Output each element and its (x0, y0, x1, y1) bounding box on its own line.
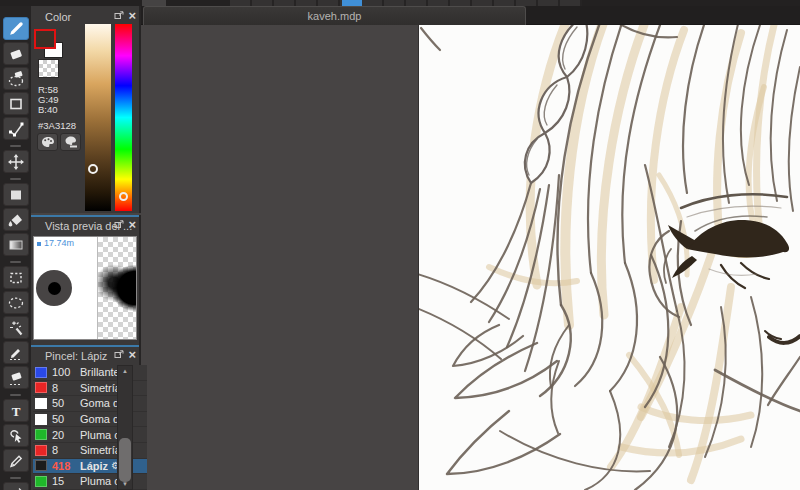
toolbar-separator (10, 145, 21, 147)
fill-rectangle-icon (7, 186, 25, 204)
rectangle-icon (7, 95, 25, 113)
close-icon[interactable]: × (128, 7, 136, 24)
tool-curve-button[interactable] (3, 117, 29, 140)
svg-text:T: T (12, 403, 21, 418)
palette-list-icon (64, 136, 78, 148)
tool-column: T (0, 6, 31, 490)
color-panel: Color × R:58 G:49 B:40 #3A3128 (31, 6, 141, 213)
hue-indicator[interactable] (119, 192, 128, 201)
brush-color-swatch (35, 445, 47, 456)
curve-pen-icon (7, 485, 25, 490)
brush-stroke-sample (98, 237, 136, 339)
scrollbar-thumb[interactable] (119, 438, 131, 482)
tool-curve-pen-button[interactable] (3, 482, 29, 490)
bucket-fill-icon (7, 211, 25, 229)
rgb-readout: R:58 G:49 B:40 (38, 85, 59, 115)
object-select-icon (7, 427, 25, 445)
toolbar-separator (10, 477, 21, 479)
brush-color-swatch (35, 460, 47, 471)
palette-icon (41, 136, 55, 148)
brush-color-swatch (35, 429, 47, 440)
tool-rectangle-button[interactable] (3, 92, 29, 115)
toolbar-separator (10, 394, 21, 396)
pen-icon (7, 452, 25, 470)
select-pen-icon (7, 344, 25, 362)
brush-color-swatch (35, 367, 47, 378)
brush-panel: Pincel: Lápiz × 100 Brillante 8 Simetría… (31, 345, 141, 490)
hex-value: #3A3128 (38, 120, 76, 131)
size-marker (37, 242, 41, 246)
scroll-down-icon[interactable]: ▼ (118, 479, 132, 489)
popout-icon[interactable] (114, 350, 124, 359)
brightness-indicator[interactable] (88, 164, 98, 174)
brush-size-value: 17.74m (44, 238, 74, 248)
tool-select-pen-button[interactable] (3, 341, 29, 364)
eraser-icon (7, 45, 25, 63)
brush-list-scrollbar[interactable]: ▲ ▼ (117, 365, 133, 490)
brush-preview-panel: Vista previa del ... × 17.74m (31, 215, 141, 345)
primary-color-swatch[interactable] (34, 29, 56, 49)
lasso-select-icon (7, 294, 25, 312)
tool-magic-wand-button[interactable] (3, 316, 29, 339)
canvas[interactable] (419, 25, 800, 490)
brush-color-swatch (35, 382, 47, 393)
brightness-gradient-bar[interactable] (85, 24, 111, 211)
tool-lasso-select-button[interactable] (3, 291, 29, 314)
artwork-sketch (419, 25, 800, 490)
tool-eraser-button[interactable] (3, 42, 29, 65)
color-panel-title: Color (45, 11, 71, 23)
curve-control-icon (7, 120, 25, 138)
tool-object-select-button[interactable] (3, 424, 29, 447)
palette-button[interactable] (37, 133, 58, 151)
brush-tip-preview: 17.74m (34, 237, 98, 339)
brush-tip-circle (36, 270, 72, 306)
tool-pen-button[interactable] (3, 449, 29, 472)
tool-move-button[interactable] (3, 150, 29, 173)
popout-icon[interactable] (114, 220, 124, 229)
scroll-up-icon[interactable]: ▲ (118, 366, 132, 376)
palette-list-button[interactable] (60, 133, 81, 151)
close-icon[interactable]: × (128, 216, 136, 233)
brush-icon (7, 20, 25, 38)
document-tab[interactable]: kaveh.mdp (143, 6, 526, 25)
hue-bar[interactable] (115, 24, 132, 211)
popout-icon[interactable] (114, 11, 124, 20)
brush-color-swatch (35, 398, 47, 409)
tool-fill-rectangle-button[interactable] (3, 183, 29, 206)
document-tab-label: kaveh.mdp (308, 10, 362, 22)
close-icon[interactable]: × (128, 346, 136, 363)
lasso-eraser-icon (7, 70, 25, 88)
select-eraser-icon (7, 369, 25, 387)
blue-value: B:40 (38, 105, 59, 115)
marquee-select-icon (7, 269, 25, 287)
transparent-color-swatch[interactable] (38, 59, 59, 78)
brush-tip-core (48, 282, 61, 295)
brush-stroke-preview (98, 237, 136, 339)
toolbar-separator (10, 261, 21, 263)
brush-color-swatch (35, 414, 47, 425)
tool-lasso-eraser-button[interactable] (3, 67, 29, 90)
brush-color-swatch (35, 476, 47, 487)
brush-panel-title: Pincel: Lápiz (45, 350, 107, 362)
tool-marquee-select-button[interactable] (3, 266, 29, 289)
toolbar-separator (10, 178, 21, 180)
tool-gradient-button[interactable] (3, 233, 29, 256)
tool-select-eraser-button[interactable] (3, 366, 29, 389)
tool-text-button[interactable]: T (3, 399, 29, 422)
brush-preview-area: 17.74m (33, 236, 137, 340)
tool-bucket-button[interactable] (3, 208, 29, 231)
tool-brush-button[interactable] (3, 17, 29, 40)
gradient-icon (7, 236, 25, 254)
text-icon: T (7, 402, 25, 420)
move-icon (7, 153, 25, 171)
magic-wand-icon (7, 319, 25, 337)
